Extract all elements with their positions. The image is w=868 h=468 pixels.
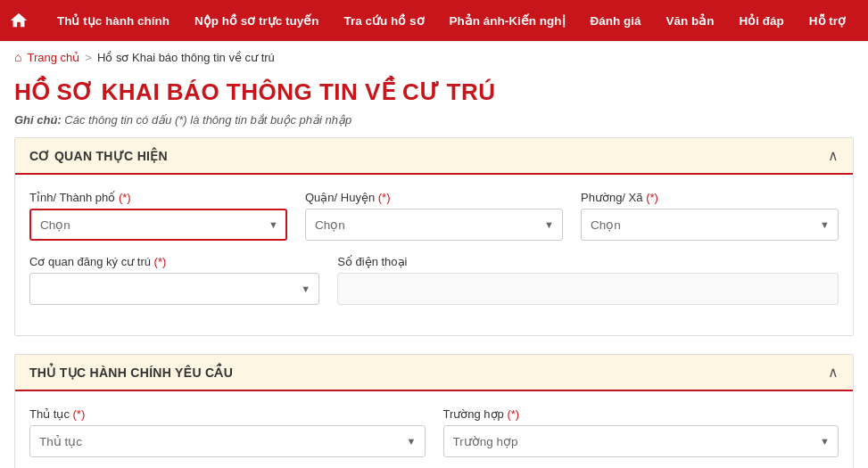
section-co-quan-toggle: ∧ bbox=[828, 147, 839, 164]
label-thu-tuc: Thủ tục (*) bbox=[29, 407, 426, 421]
breadcrumb: ⌂ Trang chủ > Hồ sơ Khai báo thông tin v… bbox=[0, 41, 868, 70]
select-quan[interactable]: Chọn bbox=[305, 209, 563, 241]
select-truong-hop-wrapper: Trường hợp ▼ bbox=[443, 425, 839, 457]
navbar: Thủ tục hành chính Nộp hồ sơ trực tuyến … bbox=[0, 0, 868, 41]
form-group-co-quan: Cơ quan đăng ký cư trú (*) ▼ bbox=[29, 255, 319, 305]
form-group-quan: Quận/ Huyện (*) Chọn ▼ bbox=[305, 191, 563, 241]
select-thu-tuc[interactable]: Thủ tục bbox=[29, 425, 426, 457]
select-thu-tuc-wrapper: Thủ tục ▼ bbox=[29, 425, 426, 457]
form-row-co-quan-phone: Cơ quan đăng ký cư trú (*) ▼ Số điện tho… bbox=[29, 255, 839, 305]
section-thu-tuc-toggle: ∧ bbox=[828, 364, 839, 381]
section-thu-tuc-header[interactable]: THỦ TỤC HÀNH CHÍNH YÊU CẦU ∧ bbox=[15, 355, 853, 391]
select-tinh[interactable]: Chọn bbox=[29, 209, 287, 241]
nav-item-van-ban[interactable]: Văn bản bbox=[654, 0, 727, 41]
input-phone[interactable] bbox=[337, 273, 839, 305]
label-phuong: Phường/ Xã (*) bbox=[581, 191, 839, 204]
breadcrumb-home-icon: ⌂ bbox=[14, 50, 21, 64]
nav-item-ho-tro[interactable]: Hỗ trợ bbox=[797, 0, 858, 41]
label-phone: Số điện thoại bbox=[337, 255, 839, 268]
select-phuong[interactable]: Chọn bbox=[581, 209, 839, 241]
label-co-quan: Cơ quan đăng ký cư trú (*) bbox=[29, 255, 319, 268]
page-title: HỒ SƠ KHAI BÁO THÔNG TIN VỀ CƯ TRÚ bbox=[0, 70, 868, 110]
subtitle-text: Các thông tin có dấu (*) là thông tin bắ… bbox=[64, 113, 351, 127]
breadcrumb-separator: > bbox=[85, 51, 92, 64]
nav-item-nop-ho-so[interactable]: Nộp hồ sơ trực tuyến bbox=[182, 0, 332, 41]
subtitle-prefix: Ghi chú: bbox=[14, 113, 62, 127]
breadcrumb-current: Hồ sơ Khai báo thông tin về cư trú bbox=[97, 51, 275, 64]
form-group-thu-tuc: Thủ tục (*) Thủ tục ▼ bbox=[29, 407, 426, 457]
select-phuong-wrapper: Chọn ▼ bbox=[581, 209, 839, 241]
select-tinh-wrapper: Chọn ▼ bbox=[29, 209, 287, 241]
select-co-quan[interactable] bbox=[29, 273, 319, 305]
select-co-quan-wrapper: ▼ bbox=[29, 273, 319, 305]
section-thu-tuc-title: THỦ TỤC HÀNH CHÍNH YÊU CẦU bbox=[29, 365, 233, 380]
nav-item-hoi-dap[interactable]: Hỏi đáp bbox=[727, 0, 797, 41]
navbar-items: Thủ tục hành chính Nộp hồ sơ trực tuyến … bbox=[45, 0, 859, 41]
form-group-tinh: Tỉnh/ Thành phố (*) Chọn ▼ bbox=[29, 191, 287, 241]
nav-item-thu-tuc[interactable]: Thủ tục hành chính bbox=[45, 0, 182, 41]
select-truong-hop[interactable]: Trường hợp bbox=[443, 425, 839, 457]
label-quan: Quận/ Huyện (*) bbox=[305, 191, 563, 204]
form-group-truong-hop: Trường hợp (*) Trường hợp ▼ bbox=[443, 407, 839, 457]
form-row-location: Tỉnh/ Thành phố (*) Chọn ▼ Quận/ Huyện (… bbox=[29, 191, 839, 241]
section-co-quan-title: CƠ QUAN THỰC HIỆN bbox=[29, 149, 168, 163]
label-tinh: Tỉnh/ Thành phố (*) bbox=[29, 191, 287, 204]
section-co-quan-body: Tỉnh/ Thành phố (*) Chọn ▼ Quận/ Huyện (… bbox=[15, 175, 853, 335]
form-row-thu-tuc: Thủ tục (*) Thủ tục ▼ Trường hợp (*) bbox=[29, 407, 839, 457]
nav-item-phan-anh[interactable]: Phản ánh-Kiến nghị bbox=[437, 0, 578, 41]
select-quan-wrapper: Chọn ▼ bbox=[305, 209, 563, 241]
breadcrumb-home-link[interactable]: Trang chủ bbox=[27, 51, 79, 64]
nav-item-danh-gia[interactable]: Đánh giá bbox=[578, 0, 654, 41]
section-thu-tuc: THỦ TỤC HÀNH CHÍNH YÊU CẦU ∧ Thủ tục (*)… bbox=[14, 354, 854, 468]
section-thu-tuc-body: Thủ tục (*) Thủ tục ▼ Trường hợp (*) bbox=[15, 391, 853, 468]
form-group-phuong: Phường/ Xã (*) Chọn ▼ bbox=[581, 191, 839, 241]
section-co-quan-header[interactable]: CƠ QUAN THỰC HIỆN ∧ bbox=[15, 138, 853, 175]
page-subtitle: Ghi chú: Các thông tin có dấu (*) là thô… bbox=[0, 110, 868, 137]
navbar-home-button[interactable] bbox=[9, 11, 29, 30]
section-co-quan: CƠ QUAN THỰC HIỆN ∧ Tỉnh/ Thành phố (*) … bbox=[14, 137, 854, 336]
label-truong-hop: Trường hợp (*) bbox=[443, 407, 839, 421]
nav-item-tra-cuu[interactable]: Tra cứu hồ sơ bbox=[332, 0, 437, 41]
form-group-phone: Số điện thoại bbox=[337, 255, 839, 305]
